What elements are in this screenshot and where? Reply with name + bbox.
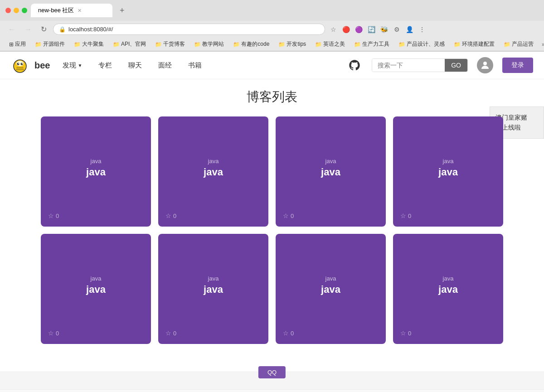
folder-icon-7: 📁 [278,41,285,48]
folder-icon-9: 📁 [354,41,361,48]
folder-icon-8: 📁 [315,41,322,48]
browser-chrome: new-bee 社区 ✕ + ← → ↻ 🔒 ☆ 🔴 🟣 🔄 🐝 ⚙ 👤 ⋮ ⊞… [0,0,544,52]
bookmark-huanjing[interactable]: 📁环境搭建配置 [450,39,498,49]
settings-icon[interactable]: ⚙ [392,25,401,34]
card-8-middle: java java [400,241,496,329]
search-button[interactable]: GO [445,59,467,72]
bookmark-chanpin2[interactable]: 📁产品运营 [500,39,537,49]
card-3[interactable]: java java ☆ 0 [276,116,386,227]
bookmark-chanpin[interactable]: 📁产品设计、灵感 [395,39,448,49]
card-4[interactable]: java java ☆ 0 [393,116,503,227]
bookmark-daniujuju[interactable]: 📁大牛聚集 [70,39,107,49]
bookmark-english[interactable]: 📁英语之美 [311,39,349,49]
card-7[interactable]: java java ☆ 0 [276,234,386,344]
search-input[interactable] [372,59,445,72]
folder-icon-4: 📁 [155,41,162,48]
svg-rect-8 [16,69,24,70]
folder-icon-3: 📁 [113,41,120,48]
star-icon-8: ☆ [400,329,406,337]
bookmarks-more[interactable]: » [539,40,544,48]
new-tab-button[interactable]: + [116,6,128,15]
bookmark-qianhuo[interactable]: 📁千货博客 [151,39,189,49]
browser-dots [5,8,27,13]
bookmarks-bar: ⊞ 应用 📁开源组件 📁大牛聚集 📁API、官网 📁千货博客 📁教学网站 📁有趣… [0,38,544,51]
logo[interactable]: bee [11,56,50,74]
star-icon-2: ☆ [165,212,171,219]
card-4-footer: ☆ 0 [400,212,496,219]
card-2[interactable]: java java ☆ 0 [158,116,268,227]
chevron-down-icon: ▼ [78,63,82,68]
card-2-middle: java java [165,124,261,212]
nav-books[interactable]: 书籍 [185,59,205,72]
browser-toolbar: ← → ↻ 🔒 ☆ 🔴 🟣 🔄 🐝 ⚙ 👤 ⋮ [0,21,544,38]
svg-point-6 [22,63,23,64]
sync-icon[interactable]: 🔄 [367,25,376,34]
bee-logo-icon [11,56,29,74]
card-6-middle: java java [165,241,261,329]
site-footer: bee Links Home Blog Wiki Ressources Help… [0,389,544,392]
bee-icon[interactable]: 🐝 [379,25,389,34]
search-box: GO [372,58,468,72]
maximize-dot[interactable] [22,8,27,13]
close-dot[interactable] [5,8,11,13]
login-button[interactable]: 登录 [502,58,533,73]
card-3-middle: java java [283,124,379,212]
star-icon-6: ☆ [165,329,171,337]
bookmark-shengchan[interactable]: 📁生产力工具 [350,39,393,49]
star-icon-5: ☆ [48,329,54,337]
nav-interview[interactable]: 面经 [155,59,175,72]
bookmark-kaifa[interactable]: 📁开发tips [275,39,310,49]
minimize-dot[interactable] [14,8,19,13]
star-icon-4: ☆ [400,212,406,219]
browser-tab[interactable]: new-bee 社区 ✕ [31,4,112,17]
qq-float-button[interactable]: QQ [258,366,286,378]
card-1-middle: java java [48,124,144,212]
card-6-footer: ☆ 0 [165,329,261,337]
page-title: 博客列表 [11,88,533,106]
refresh-button[interactable]: ↻ [38,24,49,34]
star-icon[interactable]: ☆ [329,25,338,34]
bookmark-opensource[interactable]: 📁开源组件 [31,39,68,49]
profile-icon[interactable]: 👤 [405,25,414,34]
nav-discover[interactable]: 发现 ▼ [59,59,86,72]
browser-titlebar: new-bee 社区 ✕ + [0,0,544,21]
bookmark-apps[interactable]: ⊞ 应用 [5,39,29,49]
folder-icon-5: 📁 [194,41,201,48]
tab-close-icon[interactable]: ✕ [78,8,82,14]
folder-icon-11: 📁 [454,41,461,48]
card-5-middle: java java [48,241,144,329]
nav-chat[interactable]: 聊天 [125,59,146,72]
bookmark-youqu[interactable]: 📁有趣的code [229,39,273,49]
back-button[interactable]: ← [5,24,18,34]
card-8-footer: ☆ 0 [400,329,496,337]
address-input[interactable] [68,26,319,33]
puzzle-icon[interactable]: 🟣 [354,25,363,34]
logo-text: bee [34,60,50,71]
card-2-footer: ☆ 0 [165,212,261,219]
github-icon[interactable] [346,57,363,73]
card-1[interactable]: java java ☆ 0 [41,116,151,227]
avatar[interactable] [477,57,493,73]
bookmark-jiaoxue[interactable]: 📁教学网站 [190,39,228,49]
folder-icon-12: 📁 [504,41,510,48]
star-icon-7: ☆ [283,329,289,337]
toolbar-icons: ☆ 🔴 🟣 🔄 🐝 ⚙ 👤 ⋮ [329,25,427,34]
bookmark-api[interactable]: 📁API、官网 [109,39,150,49]
card-7-middle: java java [283,241,379,329]
address-bar[interactable]: 🔒 [53,24,325,35]
extension-icon[interactable]: 🔴 [341,25,350,34]
svg-point-9 [483,62,487,65]
card-6[interactable]: java java ☆ 0 [158,234,268,344]
svg-rect-7 [16,67,24,68]
svg-point-4 [21,63,23,65]
card-5-footer: ☆ 0 [48,329,144,337]
card-3-footer: ☆ 0 [283,212,379,219]
menu-icon[interactable]: ⋮ [418,25,427,34]
forward-button[interactable]: → [22,24,34,34]
card-5[interactable]: java java ☆ 0 [41,234,151,344]
folder-icon: 📁 [35,41,42,48]
card-7-footer: ☆ 0 [283,329,379,337]
nav-column[interactable]: 专栏 [95,59,116,72]
folder-icon-2: 📁 [74,41,81,48]
card-8[interactable]: java java ☆ 0 [393,234,503,344]
